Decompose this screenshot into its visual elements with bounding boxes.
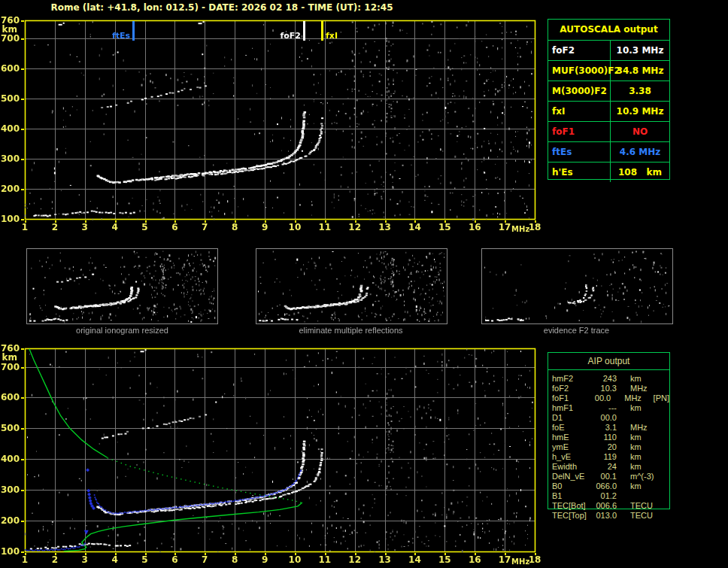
aip-row: TEC[Top]013.0TECU bbox=[552, 511, 669, 521]
aip-param-value: 006.6 bbox=[594, 501, 617, 511]
aip-param-label: foE bbox=[552, 423, 594, 433]
aip-param-unit: m^(-3) bbox=[630, 472, 660, 481]
thumbnail-caption-evidence: evidence F2 trace bbox=[481, 326, 672, 335]
aip-param-value: 243 bbox=[594, 374, 617, 384]
aip-row: foF210.3MHz bbox=[552, 384, 669, 393]
aip-param-label: B1 bbox=[552, 491, 594, 501]
aip-param-unit: km bbox=[630, 481, 660, 491]
aip-row: B101.2 bbox=[552, 491, 669, 501]
aip-param-label: foF1 bbox=[552, 393, 590, 403]
autoscala-param-value: 4.6 MHz bbox=[611, 147, 669, 157]
autoscala-row: h'Es108 km bbox=[548, 163, 669, 182]
autoscala-param-value: 108 km bbox=[611, 167, 669, 178]
aip-row: foE3.1MHz bbox=[552, 423, 669, 433]
aip-param-unit: km bbox=[630, 462, 660, 472]
aip-param-value: 119 bbox=[594, 452, 617, 462]
aip-param-value: 24 bbox=[594, 462, 617, 472]
aip-param-value: 01.2 bbox=[594, 491, 617, 501]
autoscala-param-value: 10.9 MHz bbox=[611, 106, 669, 117]
autoscala-row: M(3000)F23.38 bbox=[548, 81, 669, 102]
aip-param-value: 20 bbox=[594, 442, 617, 452]
aip-param-unit: km bbox=[630, 374, 660, 384]
aip-param-value: 00.0 bbox=[590, 393, 611, 403]
autoscala-param-value: 34.8 MHz bbox=[611, 65, 669, 76]
aip-param-label: hmF1 bbox=[552, 403, 594, 413]
aip-param-value: 10.3 bbox=[594, 384, 617, 393]
autoscala-app-window: { "title": "Rome (lat: +41.8, lon: 012.5… bbox=[0, 0, 728, 568]
aip-row: B0066.0km bbox=[552, 481, 669, 491]
aip-param-unit: MHz bbox=[624, 393, 651, 403]
aip-param-unit bbox=[630, 413, 660, 423]
aip-param-label: h_vE bbox=[552, 452, 594, 462]
aip-row: DelN_vE00.1m^(-3) bbox=[552, 472, 669, 481]
autoscala-row: foF210.3 MHz bbox=[548, 41, 669, 61]
aip-output-table: AIP output hmF2243kmfoF210.3MHzfoF100.0M… bbox=[548, 352, 670, 509]
scaled-ionogram-plot bbox=[0, 12, 544, 250]
autoscala-param-label: fxI bbox=[548, 102, 611, 121]
restored-ionogram-plot bbox=[0, 340, 544, 568]
aip-param-label: hmF2 bbox=[552, 374, 594, 384]
aip-param-label: foF2 bbox=[552, 384, 594, 393]
aip-table-header: AIP output bbox=[548, 353, 669, 370]
aip-row: hmE110km bbox=[552, 433, 669, 442]
autoscala-row: foF1NO bbox=[548, 122, 669, 142]
aip-param-label: DelN_vE bbox=[552, 472, 594, 481]
aip-param-unit: MHz bbox=[630, 384, 660, 393]
thumbnail-original-ionogram bbox=[26, 248, 218, 324]
autoscala-param-value: 3.38 bbox=[611, 86, 669, 96]
thumbnail-caption-original: original ionogram resized bbox=[26, 326, 218, 335]
aip-param-unit: TECU bbox=[630, 511, 660, 521]
aip-param-unit: km bbox=[630, 403, 660, 413]
autoscala-output-table: AUTOSCALA output foF210.3 MHzMUF(3000)F2… bbox=[548, 19, 670, 180]
autoscala-table-header: AUTOSCALA output bbox=[548, 20, 669, 41]
aip-param-value: 110 bbox=[594, 433, 617, 442]
thumbnail-eliminate-reflections bbox=[256, 248, 447, 324]
aip-param-label: Ewidth bbox=[552, 462, 594, 472]
autoscala-param-label: ftEs bbox=[548, 142, 611, 162]
aip-param-label: hmE bbox=[552, 433, 594, 442]
aip-param-value: 00.0 bbox=[594, 413, 617, 423]
station-title: Rome (lat: +41.8, lon: 012.5) - DATE: 20… bbox=[30, 2, 414, 13]
aip-row: TEC[Bot]006.6TECU bbox=[552, 501, 669, 511]
aip-param-label: TEC[Bot] bbox=[552, 501, 594, 511]
aip-param-label: B0 bbox=[552, 481, 594, 491]
aip-row: D100.0 bbox=[552, 413, 669, 423]
aip-row: Ewidth24km bbox=[552, 462, 669, 472]
aip-row: ymE20km bbox=[552, 442, 669, 452]
aip-param-unit bbox=[630, 491, 660, 501]
aip-param-unit: MHz bbox=[630, 423, 660, 433]
autoscala-param-value: NO bbox=[611, 126, 669, 137]
aip-param-value: --- bbox=[594, 403, 617, 413]
aip-param-unit: km bbox=[630, 452, 660, 462]
aip-row: h_vE119km bbox=[552, 452, 669, 462]
autoscala-param-label: foF2 bbox=[548, 41, 611, 60]
thumbnail-caption-reflections: eliminate multiple reflections bbox=[255, 326, 447, 335]
aip-param-value: 066.0 bbox=[594, 481, 617, 491]
aip-param-label: TEC[Top] bbox=[552, 511, 594, 521]
autoscala-row: fxI10.9 MHz bbox=[548, 102, 669, 122]
aip-param-value: 3.1 bbox=[594, 423, 617, 433]
autoscala-param-value: 10.3 MHz bbox=[611, 45, 669, 56]
aip-param-extra: [PN] bbox=[654, 393, 669, 403]
thumbnail-evidence-f2-trace bbox=[481, 248, 673, 324]
autoscala-param-label: h'Es bbox=[548, 163, 611, 182]
aip-row: hmF2243km bbox=[552, 374, 669, 384]
aip-row: hmF1---km bbox=[552, 403, 669, 413]
autoscala-param-label: MUF(3000)F2 bbox=[548, 61, 611, 80]
aip-param-value: 013.0 bbox=[594, 511, 617, 521]
autoscala-row: MUF(3000)F234.8 MHz bbox=[548, 61, 669, 81]
aip-param-unit: km bbox=[630, 442, 660, 452]
autoscala-row: ftEs4.6 MHz bbox=[548, 142, 669, 163]
autoscala-param-label: M(3000)F2 bbox=[548, 81, 611, 101]
autoscala-param-label: foF1 bbox=[548, 122, 611, 141]
aip-param-label: ymE bbox=[552, 442, 594, 452]
aip-param-value: 00.1 bbox=[594, 472, 617, 481]
aip-param-unit: TECU bbox=[630, 501, 660, 511]
aip-row: foF100.0MHz[PN] bbox=[552, 393, 669, 403]
aip-param-unit: km bbox=[630, 433, 660, 442]
aip-param-label: D1 bbox=[552, 413, 594, 423]
